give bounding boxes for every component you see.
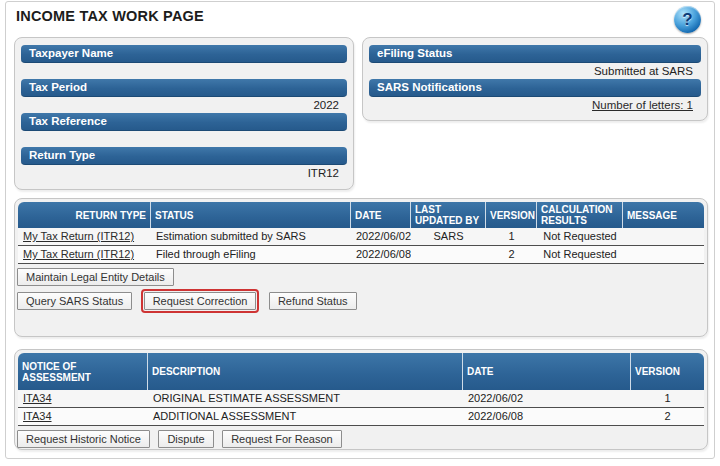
my-tax-return-link[interactable]: My Tax Return (ITR12)	[23, 230, 134, 242]
table-row: My Tax Return (ITR12) Filed through eFil…	[18, 246, 704, 264]
request-correction-button[interactable]: Request Correction	[144, 292, 257, 310]
request-historic-notice-button[interactable]: Request Historic Notice	[17, 430, 150, 448]
my-tax-return-link[interactable]: My Tax Return (ITR12)	[23, 248, 134, 260]
taxpayer-info-panel: Taxpayer Name Tax Period 2022 Tax Refere…	[14, 37, 354, 190]
request-for-reason-button[interactable]: Request For Reason	[222, 430, 342, 448]
maintain-legal-entity-details-button[interactable]: Maintain Legal Entity Details	[17, 268, 174, 286]
notice-date-cell: 2022/06/08	[463, 408, 631, 425]
efiling-status-panel: eFiling Status Submitted at SARS SARS No…	[362, 37, 708, 121]
return-date-cell: 2022/06/02	[351, 228, 411, 245]
return-calc-results-cell: Not Requested	[537, 228, 623, 245]
work-page-container: INCOME TAX WORK PAGE ? Taxpayer Name Tax…	[5, 1, 715, 459]
notices-header-version: VERSION	[631, 353, 704, 390]
efiling-status-header: eFiling Status	[369, 45, 701, 63]
table-row: My Tax Return (ITR12) Estimation submitt…	[18, 228, 704, 246]
ita34-link[interactable]: ITA34	[23, 410, 52, 422]
return-message-cell	[623, 246, 704, 263]
notices-header-date: DATE	[463, 353, 631, 390]
notice-description-cell: ADDITIONAL ASSESSMENT	[148, 408, 463, 425]
return-type-value: ITR12	[15, 165, 353, 181]
returns-table-panel: RETURN TYPE STATUS DATE LAST UPDATED BY …	[14, 198, 708, 337]
notices-table-panel: NOTICE OF ASSESSMENT DESCRIPTION DATE VE…	[14, 349, 708, 450]
notices-header-description: DESCRIPTION	[148, 353, 463, 390]
notices-header-notice-of-assessment: NOTICE OF ASSESSMENT	[18, 353, 148, 390]
return-date-cell: 2022/06/08	[351, 246, 411, 263]
notice-version-cell: 1	[631, 390, 704, 407]
taxpayer-name-header: Taxpayer Name	[21, 45, 347, 63]
returns-header-status: STATUS	[151, 202, 351, 228]
return-message-cell	[623, 228, 704, 245]
tax-reference-header: Tax Reference	[21, 113, 347, 131]
table-row: ITA34 ORIGINAL ESTIMATE ASSESSMENT 2022/…	[18, 390, 704, 408]
return-updated-by-cell	[411, 246, 486, 263]
notice-version-cell: 2	[631, 408, 704, 425]
return-type-header: Return Type	[21, 147, 347, 165]
notice-date-cell: 2022/06/02	[463, 390, 631, 407]
help-icon[interactable]: ?	[674, 6, 701, 33]
returns-header-return-type: RETURN TYPE	[18, 202, 151, 228]
return-calc-results-cell: Not Requested	[537, 246, 623, 263]
notice-description-cell: ORIGINAL ESTIMATE ASSESSMENT	[148, 390, 463, 407]
returns-header-last-updated-by: LAST UPDATED BY	[411, 202, 486, 228]
return-status-cell: Filed through eFiling	[151, 246, 351, 263]
return-status-cell: Estimation submitted by SARS	[151, 228, 351, 245]
taxpayer-name-value	[15, 63, 353, 79]
page-title: INCOME TAX WORK PAGE	[16, 8, 204, 24]
number-of-letters-link[interactable]: Number of letters: 1	[592, 99, 693, 111]
query-sars-status-button[interactable]: Query SARS Status	[17, 292, 132, 310]
returns-table-header-row: RETURN TYPE STATUS DATE LAST UPDATED BY …	[18, 202, 704, 228]
ita34-link[interactable]: ITA34	[23, 392, 52, 404]
tax-reference-value	[15, 131, 353, 147]
return-updated-by-cell: SARS	[411, 228, 486, 245]
efiling-status-value: Submitted at SARS	[363, 63, 707, 79]
dispute-button[interactable]: Dispute	[158, 430, 213, 448]
tax-period-header: Tax Period	[21, 79, 347, 97]
returns-header-message: MESSAGE	[623, 202, 704, 228]
refund-status-button[interactable]: Refund Status	[269, 292, 357, 310]
notices-table-header-row: NOTICE OF ASSESSMENT DESCRIPTION DATE VE…	[18, 353, 704, 390]
tax-period-value: 2022	[15, 97, 353, 113]
return-version-cell: 2	[486, 246, 537, 263]
return-version-cell: 1	[486, 228, 537, 245]
returns-header-calculation-results: CALCULATION RESULTS	[537, 202, 623, 228]
returns-header-version: VERSION	[486, 202, 537, 228]
sars-notifications-header: SARS Notifications	[369, 79, 701, 97]
table-row: ITA34 ADDITIONAL ASSESSMENT 2022/06/08 2	[18, 408, 704, 426]
returns-header-date: DATE	[351, 202, 411, 228]
